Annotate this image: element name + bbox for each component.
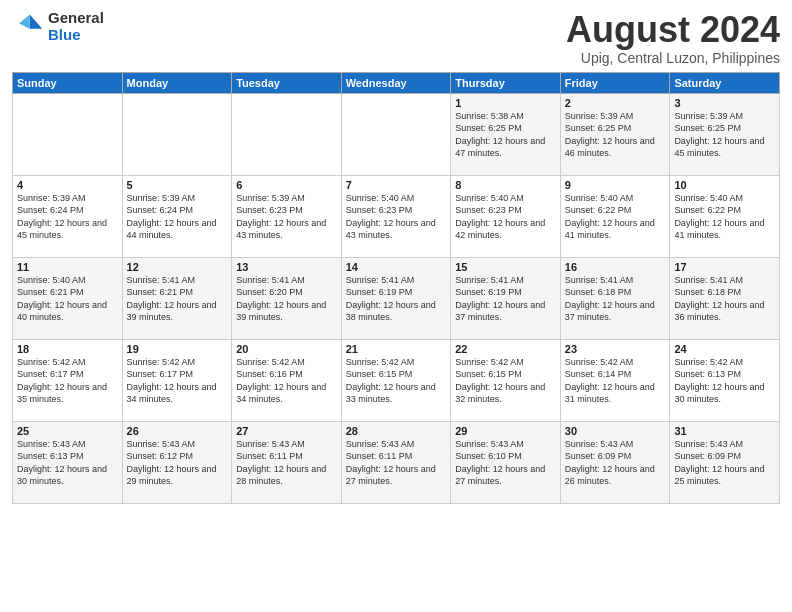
table-row: 15Sunrise: 5:41 AMSunset: 6:19 PMDayligh… (451, 257, 561, 339)
day-info: Sunrise: 5:40 AMSunset: 6:23 PMDaylight:… (455, 192, 556, 242)
day-number: 9 (565, 179, 666, 191)
day-number: 1 (455, 97, 556, 109)
table-row: 4Sunrise: 5:39 AMSunset: 6:24 PMDaylight… (13, 175, 123, 257)
table-row: 13Sunrise: 5:41 AMSunset: 6:20 PMDayligh… (232, 257, 342, 339)
table-row: 18Sunrise: 5:42 AMSunset: 6:17 PMDayligh… (13, 339, 123, 421)
table-row: 22Sunrise: 5:42 AMSunset: 6:15 PMDayligh… (451, 339, 561, 421)
table-row: 14Sunrise: 5:41 AMSunset: 6:19 PMDayligh… (341, 257, 451, 339)
day-number: 23 (565, 343, 666, 355)
table-row: 12Sunrise: 5:41 AMSunset: 6:21 PMDayligh… (122, 257, 232, 339)
day-info: Sunrise: 5:43 AMSunset: 6:10 PMDaylight:… (455, 438, 556, 488)
day-number: 12 (127, 261, 228, 273)
day-info: Sunrise: 5:43 AMSunset: 6:09 PMDaylight:… (565, 438, 666, 488)
table-row: 8Sunrise: 5:40 AMSunset: 6:23 PMDaylight… (451, 175, 561, 257)
logo-text: General Blue (48, 10, 104, 43)
day-number: 29 (455, 425, 556, 437)
day-number: 3 (674, 97, 775, 109)
logo-general-text: General (48, 10, 104, 27)
day-info: Sunrise: 5:41 AMSunset: 6:19 PMDaylight:… (455, 274, 556, 324)
day-info: Sunrise: 5:41 AMSunset: 6:18 PMDaylight:… (565, 274, 666, 324)
table-row: 2Sunrise: 5:39 AMSunset: 6:25 PMDaylight… (560, 93, 670, 175)
table-row: 25Sunrise: 5:43 AMSunset: 6:13 PMDayligh… (13, 421, 123, 503)
table-row: 27Sunrise: 5:43 AMSunset: 6:11 PMDayligh… (232, 421, 342, 503)
day-info: Sunrise: 5:42 AMSunset: 6:17 PMDaylight:… (127, 356, 228, 406)
table-row: 17Sunrise: 5:41 AMSunset: 6:18 PMDayligh… (670, 257, 780, 339)
day-info: Sunrise: 5:41 AMSunset: 6:20 PMDaylight:… (236, 274, 337, 324)
calendar-header: Sunday Monday Tuesday Wednesday Thursday… (13, 72, 780, 93)
header-monday: Monday (122, 72, 232, 93)
day-number: 10 (674, 179, 775, 191)
day-number: 26 (127, 425, 228, 437)
table-row: 29Sunrise: 5:43 AMSunset: 6:10 PMDayligh… (451, 421, 561, 503)
table-row (122, 93, 232, 175)
day-info: Sunrise: 5:40 AMSunset: 6:21 PMDaylight:… (17, 274, 118, 324)
table-row: 28Sunrise: 5:43 AMSunset: 6:11 PMDayligh… (341, 421, 451, 503)
table-row: 31Sunrise: 5:43 AMSunset: 6:09 PMDayligh… (670, 421, 780, 503)
logo-icon (12, 11, 44, 43)
day-number: 2 (565, 97, 666, 109)
page-container: General Blue August 2024 Upig, Central L… (0, 0, 792, 510)
table-row: 20Sunrise: 5:42 AMSunset: 6:16 PMDayligh… (232, 339, 342, 421)
day-info: Sunrise: 5:40 AMSunset: 6:22 PMDaylight:… (674, 192, 775, 242)
day-number: 28 (346, 425, 447, 437)
table-row (232, 93, 342, 175)
calendar-table: Sunday Monday Tuesday Wednesday Thursday… (12, 72, 780, 504)
day-info: Sunrise: 5:43 AMSunset: 6:11 PMDaylight:… (236, 438, 337, 488)
day-info: Sunrise: 5:41 AMSunset: 6:19 PMDaylight:… (346, 274, 447, 324)
day-number: 11 (17, 261, 118, 273)
table-row: 6Sunrise: 5:39 AMSunset: 6:23 PMDaylight… (232, 175, 342, 257)
table-row: 11Sunrise: 5:40 AMSunset: 6:21 PMDayligh… (13, 257, 123, 339)
day-number: 17 (674, 261, 775, 273)
day-info: Sunrise: 5:42 AMSunset: 6:14 PMDaylight:… (565, 356, 666, 406)
table-row: 9Sunrise: 5:40 AMSunset: 6:22 PMDaylight… (560, 175, 670, 257)
day-number: 15 (455, 261, 556, 273)
day-info: Sunrise: 5:39 AMSunset: 6:25 PMDaylight:… (565, 110, 666, 160)
table-row: 1Sunrise: 5:38 AMSunset: 6:25 PMDaylight… (451, 93, 561, 175)
day-info: Sunrise: 5:42 AMSunset: 6:17 PMDaylight:… (17, 356, 118, 406)
day-info: Sunrise: 5:39 AMSunset: 6:24 PMDaylight:… (17, 192, 118, 242)
day-number: 18 (17, 343, 118, 355)
day-info: Sunrise: 5:42 AMSunset: 6:16 PMDaylight:… (236, 356, 337, 406)
logo: General Blue (12, 10, 104, 43)
table-row: 24Sunrise: 5:42 AMSunset: 6:13 PMDayligh… (670, 339, 780, 421)
table-row: 21Sunrise: 5:42 AMSunset: 6:15 PMDayligh… (341, 339, 451, 421)
day-info: Sunrise: 5:39 AMSunset: 6:23 PMDaylight:… (236, 192, 337, 242)
day-info: Sunrise: 5:40 AMSunset: 6:23 PMDaylight:… (346, 192, 447, 242)
day-number: 13 (236, 261, 337, 273)
day-number: 6 (236, 179, 337, 191)
header-tuesday: Tuesday (232, 72, 342, 93)
day-info: Sunrise: 5:43 AMSunset: 6:09 PMDaylight:… (674, 438, 775, 488)
logo-blue-text: Blue (48, 27, 104, 44)
table-row: 3Sunrise: 5:39 AMSunset: 6:25 PMDaylight… (670, 93, 780, 175)
day-info: Sunrise: 5:43 AMSunset: 6:13 PMDaylight:… (17, 438, 118, 488)
header-friday: Friday (560, 72, 670, 93)
table-row: 5Sunrise: 5:39 AMSunset: 6:24 PMDaylight… (122, 175, 232, 257)
header-sunday: Sunday (13, 72, 123, 93)
day-number: 30 (565, 425, 666, 437)
title-block: August 2024 Upig, Central Luzon, Philipp… (566, 10, 780, 66)
day-info: Sunrise: 5:43 AMSunset: 6:12 PMDaylight:… (127, 438, 228, 488)
table-row: 7Sunrise: 5:40 AMSunset: 6:23 PMDaylight… (341, 175, 451, 257)
day-number: 5 (127, 179, 228, 191)
day-info: Sunrise: 5:38 AMSunset: 6:25 PMDaylight:… (455, 110, 556, 160)
day-info: Sunrise: 5:39 AMSunset: 6:24 PMDaylight:… (127, 192, 228, 242)
table-row: 10Sunrise: 5:40 AMSunset: 6:22 PMDayligh… (670, 175, 780, 257)
day-info: Sunrise: 5:42 AMSunset: 6:15 PMDaylight:… (455, 356, 556, 406)
header: General Blue August 2024 Upig, Central L… (12, 10, 780, 66)
day-info: Sunrise: 5:39 AMSunset: 6:25 PMDaylight:… (674, 110, 775, 160)
day-info: Sunrise: 5:40 AMSunset: 6:22 PMDaylight:… (565, 192, 666, 242)
day-info: Sunrise: 5:42 AMSunset: 6:15 PMDaylight:… (346, 356, 447, 406)
table-row (341, 93, 451, 175)
day-number: 27 (236, 425, 337, 437)
day-number: 7 (346, 179, 447, 191)
day-number: 25 (17, 425, 118, 437)
day-number: 21 (346, 343, 447, 355)
day-number: 4 (17, 179, 118, 191)
month-title: August 2024 (566, 10, 780, 50)
day-number: 19 (127, 343, 228, 355)
day-number: 20 (236, 343, 337, 355)
day-number: 8 (455, 179, 556, 191)
header-thursday: Thursday (451, 72, 561, 93)
header-saturday: Saturday (670, 72, 780, 93)
day-info: Sunrise: 5:41 AMSunset: 6:21 PMDaylight:… (127, 274, 228, 324)
